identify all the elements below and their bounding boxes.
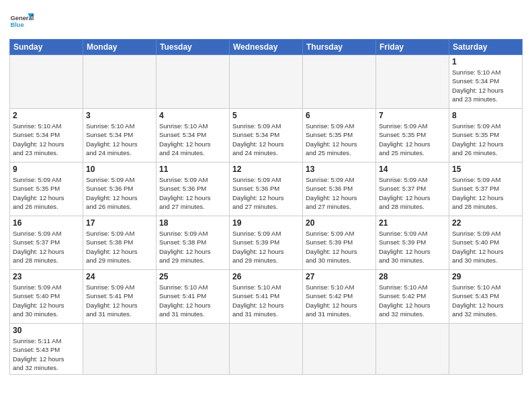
- calendar-header-saturday: Saturday: [449, 40, 523, 55]
- day-info: Sunrise: 5:09 AM Sunset: 5:39 PM Dayligh…: [232, 229, 300, 265]
- day-info: Sunrise: 5:09 AM Sunset: 5:38 PM Dayligh…: [86, 229, 153, 265]
- calendar-day-cell: 25Sunrise: 5:10 AM Sunset: 5:41 PM Dayli…: [157, 270, 230, 324]
- day-number: 13: [306, 165, 373, 174]
- day-info: Sunrise: 5:09 AM Sunset: 5:36 PM Dayligh…: [232, 175, 300, 211]
- calendar-header-thursday: Thursday: [303, 40, 376, 55]
- calendar-day-cell: 22Sunrise: 5:09 AM Sunset: 5:40 PM Dayli…: [449, 216, 523, 270]
- calendar-day-cell: 10Sunrise: 5:09 AM Sunset: 5:36 PM Dayli…: [83, 163, 157, 216]
- day-number: 25: [159, 272, 226, 281]
- day-info: Sunrise: 5:09 AM Sunset: 5:34 PM Dayligh…: [232, 122, 300, 157]
- calendar-day-cell: [230, 324, 303, 375]
- day-number: 4: [159, 111, 226, 120]
- calendar-day-cell: [157, 55, 230, 109]
- day-number: 15: [452, 165, 519, 174]
- calendar-day-cell: 29Sunrise: 5:10 AM Sunset: 5:43 PM Dayli…: [449, 270, 523, 324]
- logo: General Blue: [9, 9, 34, 34]
- calendar-week-row: 30Sunrise: 5:11 AM Sunset: 5:43 PM Dayli…: [10, 324, 523, 375]
- calendar-day-cell: [303, 55, 376, 109]
- calendar-day-cell: 11Sunrise: 5:09 AM Sunset: 5:36 PM Dayli…: [157, 163, 230, 216]
- day-info: Sunrise: 5:09 AM Sunset: 5:37 PM Dayligh…: [452, 175, 519, 211]
- day-info: Sunrise: 5:09 AM Sunset: 5:39 PM Dayligh…: [306, 229, 373, 265]
- day-info: Sunrise: 5:11 AM Sunset: 5:43 PM Dayligh…: [13, 336, 80, 372]
- day-number: 28: [379, 272, 446, 281]
- calendar-day-cell: 3Sunrise: 5:10 AM Sunset: 5:34 PM Daylig…: [83, 109, 157, 163]
- calendar-day-cell: 21Sunrise: 5:09 AM Sunset: 5:39 PM Dayli…: [376, 216, 449, 270]
- calendar-day-cell: 20Sunrise: 5:09 AM Sunset: 5:39 PM Dayli…: [303, 216, 376, 270]
- day-number: 1: [452, 57, 519, 66]
- day-info: Sunrise: 5:10 AM Sunset: 5:34 PM Dayligh…: [86, 122, 153, 157]
- day-number: 20: [306, 218, 373, 228]
- day-number: 18: [159, 218, 226, 228]
- calendar-day-cell: [10, 55, 83, 109]
- general-blue-logo-icon: General Blue: [9, 9, 34, 34]
- calendar-week-row: 16Sunrise: 5:09 AM Sunset: 5:37 PM Dayli…: [10, 216, 523, 270]
- calendar-day-cell: 27Sunrise: 5:10 AM Sunset: 5:42 PM Dayli…: [303, 270, 376, 324]
- day-info: Sunrise: 5:09 AM Sunset: 5:40 PM Dayligh…: [452, 229, 519, 265]
- day-info: Sunrise: 5:10 AM Sunset: 5:34 PM Dayligh…: [159, 122, 226, 157]
- day-info: Sunrise: 5:09 AM Sunset: 5:35 PM Dayligh…: [306, 122, 373, 157]
- day-number: 23: [13, 272, 80, 281]
- calendar-day-cell: 8Sunrise: 5:09 AM Sunset: 5:35 PM Daylig…: [449, 109, 523, 163]
- day-info: Sunrise: 5:10 AM Sunset: 5:41 PM Dayligh…: [232, 283, 300, 318]
- calendar-day-cell: 19Sunrise: 5:09 AM Sunset: 5:39 PM Dayli…: [230, 216, 303, 270]
- day-number: 9: [13, 165, 80, 174]
- calendar-day-cell: 23Sunrise: 5:09 AM Sunset: 5:40 PM Dayli…: [10, 270, 83, 324]
- calendar-day-cell: [376, 55, 449, 109]
- calendar-day-cell: [449, 324, 523, 375]
- day-info: Sunrise: 5:10 AM Sunset: 5:41 PM Dayligh…: [159, 283, 226, 318]
- day-number: 19: [232, 218, 300, 228]
- day-number: 5: [232, 111, 300, 120]
- day-number: 22: [452, 218, 519, 228]
- day-info: Sunrise: 5:09 AM Sunset: 5:35 PM Dayligh…: [452, 122, 519, 157]
- calendar-day-cell: 15Sunrise: 5:09 AM Sunset: 5:37 PM Dayli…: [449, 163, 523, 216]
- calendar-day-cell: 14Sunrise: 5:09 AM Sunset: 5:37 PM Dayli…: [376, 163, 449, 216]
- calendar-day-cell: 26Sunrise: 5:10 AM Sunset: 5:41 PM Dayli…: [230, 270, 303, 324]
- calendar: SundayMondayTuesdayWednesdayThursdayFrid…: [9, 39, 523, 375]
- day-info: Sunrise: 5:09 AM Sunset: 5:36 PM Dayligh…: [86, 175, 153, 211]
- day-info: Sunrise: 5:09 AM Sunset: 5:36 PM Dayligh…: [306, 175, 373, 211]
- day-info: Sunrise: 5:09 AM Sunset: 5:37 PM Dayligh…: [379, 175, 446, 211]
- calendar-day-cell: [83, 324, 157, 375]
- day-info: Sunrise: 5:09 AM Sunset: 5:38 PM Dayligh…: [159, 229, 226, 265]
- calendar-header-sunday: Sunday: [10, 40, 83, 55]
- day-number: 6: [306, 111, 373, 120]
- calendar-day-cell: [83, 55, 157, 109]
- calendar-day-cell: 18Sunrise: 5:09 AM Sunset: 5:38 PM Dayli…: [157, 216, 230, 270]
- day-number: 14: [379, 165, 446, 174]
- day-info: Sunrise: 5:10 AM Sunset: 5:43 PM Dayligh…: [452, 283, 519, 318]
- calendar-header-monday: Monday: [83, 40, 157, 55]
- calendar-day-cell: 7Sunrise: 5:09 AM Sunset: 5:35 PM Daylig…: [376, 109, 449, 163]
- day-number: 30: [13, 326, 80, 335]
- calendar-day-cell: 2Sunrise: 5:10 AM Sunset: 5:34 PM Daylig…: [10, 109, 83, 163]
- day-info: Sunrise: 5:09 AM Sunset: 5:39 PM Dayligh…: [379, 229, 446, 265]
- day-number: 27: [306, 272, 373, 281]
- calendar-week-row: 9Sunrise: 5:09 AM Sunset: 5:35 PM Daylig…: [10, 163, 523, 216]
- day-number: 26: [232, 272, 300, 281]
- calendar-week-row: 2Sunrise: 5:10 AM Sunset: 5:34 PM Daylig…: [10, 109, 523, 163]
- day-info: Sunrise: 5:09 AM Sunset: 5:35 PM Dayligh…: [379, 122, 446, 157]
- calendar-week-row: 1Sunrise: 5:10 AM Sunset: 5:34 PM Daylig…: [10, 55, 523, 109]
- calendar-header-wednesday: Wednesday: [230, 40, 303, 55]
- calendar-header-friday: Friday: [376, 40, 449, 55]
- day-info: Sunrise: 5:10 AM Sunset: 5:42 PM Dayligh…: [306, 283, 373, 318]
- day-info: Sunrise: 5:09 AM Sunset: 5:36 PM Dayligh…: [159, 175, 226, 211]
- day-number: 7: [379, 111, 446, 120]
- calendar-day-cell: 9Sunrise: 5:09 AM Sunset: 5:35 PM Daylig…: [10, 163, 83, 216]
- calendar-day-cell: 6Sunrise: 5:09 AM Sunset: 5:35 PM Daylig…: [303, 109, 376, 163]
- page: General Blue SundayMondayTuesdayWednesda…: [0, 0, 532, 411]
- calendar-day-cell: 28Sunrise: 5:10 AM Sunset: 5:42 PM Dayli…: [376, 270, 449, 324]
- header: General Blue: [9, 7, 523, 34]
- calendar-day-cell: 5Sunrise: 5:09 AM Sunset: 5:34 PM Daylig…: [230, 109, 303, 163]
- calendar-day-cell: 17Sunrise: 5:09 AM Sunset: 5:38 PM Dayli…: [83, 216, 157, 270]
- day-number: 16: [13, 218, 80, 228]
- day-info: Sunrise: 5:09 AM Sunset: 5:41 PM Dayligh…: [86, 283, 153, 318]
- day-number: 10: [86, 165, 153, 174]
- calendar-day-cell: 12Sunrise: 5:09 AM Sunset: 5:36 PM Dayli…: [230, 163, 303, 216]
- day-number: 8: [452, 111, 519, 120]
- day-info: Sunrise: 5:10 AM Sunset: 5:34 PM Dayligh…: [13, 122, 80, 157]
- calendar-day-cell: 4Sunrise: 5:10 AM Sunset: 5:34 PM Daylig…: [157, 109, 230, 163]
- day-number: 17: [86, 218, 153, 228]
- day-number: 3: [86, 111, 153, 120]
- day-info: Sunrise: 5:10 AM Sunset: 5:42 PM Dayligh…: [379, 283, 446, 318]
- day-info: Sunrise: 5:09 AM Sunset: 5:35 PM Dayligh…: [13, 175, 80, 211]
